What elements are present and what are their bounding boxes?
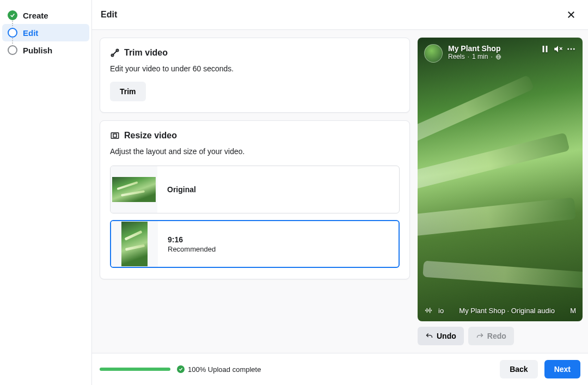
svg-point-16 bbox=[571, 48, 572, 50]
resize-option-9-16[interactable]: 9:16 Recommended bbox=[110, 220, 400, 268]
preview-meta: Reels· 1 min· bbox=[448, 53, 535, 60]
resize-title: Resize video bbox=[124, 131, 177, 140]
video-preview[interactable]: My Plant Shop Reels· 1 min· bbox=[418, 38, 583, 321]
sidebar: Create Edit Publish bbox=[0, 0, 92, 385]
option-original-label: Original bbox=[167, 185, 196, 194]
trim-button[interactable]: Trim bbox=[110, 82, 146, 101]
trim-title: Trim video bbox=[124, 48, 168, 58]
resize-icon bbox=[110, 131, 120, 140]
svg-point-15 bbox=[567, 48, 569, 50]
audio-text: My Plant Shop · Original audio bbox=[449, 307, 565, 315]
volume-muted-icon[interactable] bbox=[553, 44, 563, 54]
resize-card: Resize video Adjust the layout and size … bbox=[100, 120, 410, 279]
globe-icon bbox=[495, 54, 501, 60]
step-publish-label: Publish bbox=[23, 46, 52, 55]
redo-button[interactable]: Redo bbox=[468, 327, 514, 345]
circle-icon bbox=[8, 28, 17, 38]
upload-status-text: 100% Upload complete bbox=[188, 365, 261, 374]
step-create-label: Create bbox=[23, 11, 48, 20]
svg-rect-12 bbox=[546, 46, 548, 52]
page-title: Edit bbox=[101, 10, 117, 20]
preview-name: My Plant Shop bbox=[448, 44, 535, 53]
next-button[interactable]: Next bbox=[544, 360, 580, 378]
thumb-9-16 bbox=[111, 221, 158, 267]
close-button[interactable] bbox=[563, 7, 579, 23]
svg-point-17 bbox=[573, 48, 575, 50]
more-icon[interactable] bbox=[566, 44, 576, 54]
header: Edit bbox=[92, 0, 588, 30]
avatar bbox=[424, 44, 443, 63]
redo-icon bbox=[476, 332, 484, 340]
trim-desc: Edit your video to under 60 seconds. bbox=[110, 64, 400, 73]
thumb-original bbox=[111, 166, 157, 213]
step-publish[interactable]: Publish bbox=[2, 41, 89, 59]
footer: 100% Upload complete Back Next bbox=[92, 353, 588, 385]
resize-desc: Adjust the layout and size of your video… bbox=[110, 147, 400, 156]
circle-icon bbox=[8, 45, 17, 55]
resize-option-original[interactable]: Original bbox=[110, 166, 400, 213]
step-edit-label: Edit bbox=[23, 28, 38, 38]
check-icon bbox=[8, 10, 17, 20]
option-reco-label: Recommended bbox=[168, 245, 216, 253]
trim-card: Trim video Edit your video to under 60 s… bbox=[100, 38, 410, 113]
trim-icon bbox=[110, 48, 120, 58]
step-create[interactable]: Create bbox=[2, 7, 89, 24]
upload-progress bbox=[100, 368, 170, 371]
undo-button[interactable]: Undo bbox=[418, 327, 464, 345]
undo-icon bbox=[425, 332, 433, 340]
svg-rect-7 bbox=[113, 134, 117, 137]
back-button[interactable]: Back bbox=[500, 360, 537, 378]
audio-icon bbox=[424, 306, 433, 315]
close-icon bbox=[566, 10, 576, 20]
step-edit[interactable]: Edit bbox=[2, 24, 89, 41]
option-ratio-label: 9:16 bbox=[168, 235, 216, 244]
svg-rect-11 bbox=[543, 46, 544, 52]
pause-icon[interactable] bbox=[540, 44, 550, 54]
check-icon bbox=[177, 365, 185, 373]
